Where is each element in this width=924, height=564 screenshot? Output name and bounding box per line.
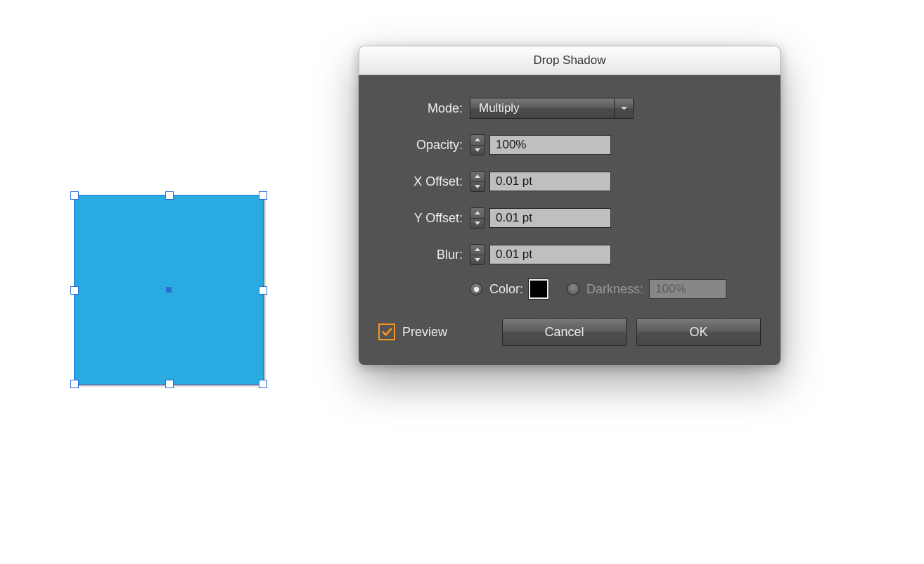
- dialog-body: Mode: Multiply Opacity: 100%: [359, 75, 781, 365]
- mode-dropdown-arrow: [615, 98, 633, 118]
- row-opacity: Opacity: 100%: [378, 133, 761, 157]
- selection-center-point: [166, 287, 172, 293]
- triangle-down-icon: [475, 148, 480, 152]
- preview-checkbox-wrap[interactable]: Preview: [378, 323, 447, 340]
- opacity-field[interactable]: 100%: [489, 135, 611, 155]
- triangle-up-icon: [475, 211, 480, 214]
- opacity-step-up[interactable]: [470, 135, 485, 146]
- dialog-title: Drop Shadow: [533, 53, 605, 68]
- xoffset-stepper[interactable]: [470, 171, 485, 192]
- triangle-up-icon: [475, 138, 480, 141]
- label-preview: Preview: [402, 325, 447, 340]
- xoffset-field[interactable]: 0.01 pt: [489, 172, 611, 191]
- label-blur: Blur:: [378, 248, 463, 262]
- mode-dropdown[interactable]: Multiply: [470, 98, 634, 119]
- row-mode: Mode: Multiply: [378, 96, 761, 120]
- dialog-footer: Preview Cancel OK: [378, 317, 761, 347]
- blur-step-up[interactable]: [470, 245, 485, 255]
- cancel-button[interactable]: Cancel: [502, 318, 627, 346]
- yoffset-step-down[interactable]: [470, 219, 485, 229]
- row-color-darkness: Color: Darkness: 100%: [470, 279, 761, 299]
- ok-button[interactable]: OK: [636, 318, 761, 346]
- darkness-radio[interactable]: [567, 283, 579, 295]
- mode-dropdown-value: Multiply: [470, 98, 615, 118]
- label-color: Color:: [489, 282, 523, 297]
- yoffset-step-up[interactable]: [470, 208, 485, 219]
- triangle-up-icon: [475, 174, 480, 178]
- triangle-down-icon: [475, 258, 480, 262]
- xoffset-step-down[interactable]: [470, 182, 485, 192]
- color-radio[interactable]: [470, 283, 482, 295]
- yoffset-stepper[interactable]: [470, 207, 485, 229]
- label-darkness: Darkness:: [586, 282, 643, 297]
- opacity-step-down[interactable]: [470, 146, 485, 155]
- xoffset-step-up[interactable]: [470, 172, 485, 182]
- darkness-field: 100%: [649, 279, 726, 299]
- triangle-up-icon: [475, 248, 480, 251]
- check-icon: [382, 328, 392, 337]
- blur-field[interactable]: 0.01 pt: [489, 245, 611, 264]
- label-xoffset: X Offset:: [378, 174, 463, 189]
- label-mode: Mode:: [378, 101, 463, 116]
- blur-stepper[interactable]: [470, 244, 485, 265]
- preview-checkbox[interactable]: [378, 323, 395, 340]
- label-yoffset: Y Offset:: [378, 211, 463, 226]
- dialog-title-bar[interactable]: Drop Shadow: [359, 46, 781, 75]
- drop-shadow-dialog: Drop Shadow Mode: Multiply Opacity:: [359, 46, 781, 365]
- canvas-selected-shape[interactable]: [74, 195, 264, 385]
- label-opacity: Opacity:: [378, 138, 463, 153]
- yoffset-field[interactable]: 0.01 pt: [489, 208, 611, 228]
- triangle-down-icon: [475, 185, 480, 188]
- color-swatch[interactable]: [529, 279, 548, 299]
- row-xoffset: X Offset: 0.01 pt: [378, 169, 761, 193]
- row-yoffset: Y Offset: 0.01 pt: [378, 206, 761, 230]
- triangle-down-icon: [475, 222, 480, 225]
- blur-step-down[interactable]: [470, 255, 485, 265]
- row-blur: Blur: 0.01 pt: [378, 243, 761, 267]
- opacity-stepper[interactable]: [470, 134, 485, 155]
